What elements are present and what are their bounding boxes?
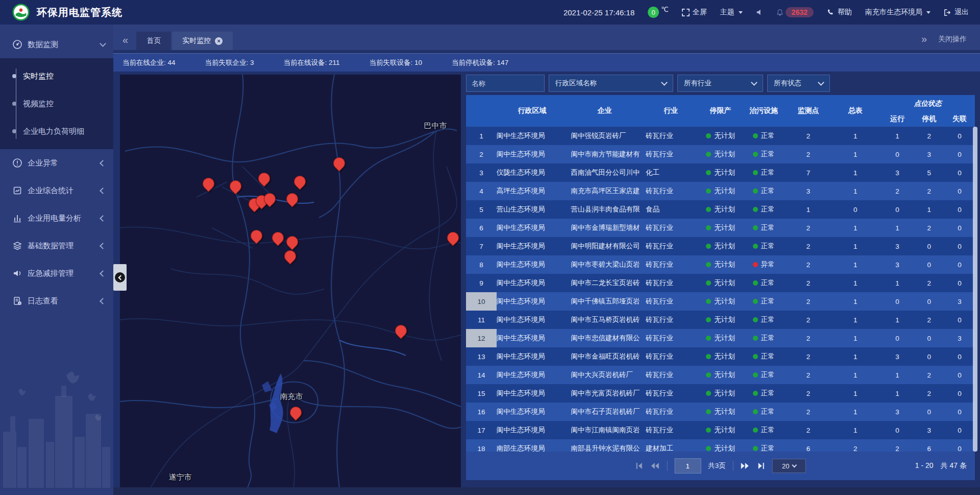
close-tab-icon[interactable]: × <box>215 37 223 45</box>
cell-limit: 无计划 <box>700 200 741 219</box>
cell-lost: 0 <box>944 219 975 237</box>
region-filter-select[interactable]: 行政区域名称 <box>549 75 673 92</box>
status-dot-green <box>706 262 711 267</box>
notification-button[interactable]: 2632 <box>776 7 814 17</box>
page-size-select[interactable]: 20 <box>772 459 806 473</box>
status-dot-green <box>753 207 758 212</box>
table-row[interactable]: 5营山生态环境局营山县润丰肉食品有限食品无计划正常10010 <box>466 200 975 219</box>
cell-limit: 无计划 <box>700 163 741 182</box>
page-number-input[interactable] <box>674 458 701 474</box>
cell-total: 1 <box>830 237 881 255</box>
cell-no: 14 <box>466 366 497 384</box>
status-dot-green <box>753 372 758 378</box>
cell-limit: 无计划 <box>700 421 741 439</box>
table-row[interactable]: 1阆中生态环境局阆中强锐页岩砖厂砖瓦行业无计划正常21120 <box>466 127 975 145</box>
table-row[interactable]: 12阆中生态环境局阆中市忠信建材有限公砖瓦行业无计划正常21003 <box>466 329 975 347</box>
cell-total: 1 <box>830 274 881 292</box>
industry-filter-select[interactable]: 所有行业 <box>677 75 763 92</box>
table-row[interactable]: 16阆中生态环境局阆中市石子页岩机砖厂砖瓦行业无计划正常21300 <box>466 403 975 421</box>
first-page-button[interactable] <box>635 462 643 469</box>
cell-lost: 0 <box>944 403 975 421</box>
table-row[interactable]: 14阆中生态环境局阆中大兴页岩机砖厂砖瓦行业无计划正常21120 <box>466 366 975 384</box>
table-row[interactable]: 8阆中生态环境局阆中市枣碧大梁山页岩砖瓦行业无计划异常21300 <box>466 255 975 274</box>
range-label: 1 - 20 <box>915 461 934 470</box>
next-page-button[interactable] <box>741 462 750 469</box>
cell-limit: 无计划 <box>700 292 741 311</box>
cell-monitor: 2 <box>787 274 830 292</box>
status-filter-select[interactable]: 所有状态 <box>767 75 830 92</box>
cell-stop: 2 <box>914 366 944 384</box>
close-operations-button[interactable]: 关闭操作 <box>938 35 967 44</box>
cell-stop: 2 <box>914 311 944 329</box>
tab-home[interactable]: 首页 <box>136 32 171 50</box>
table-row[interactable]: 11阆中生态环境局阆中市五马桥页岩机砖砖瓦行业无计划正常21120 <box>466 311 975 329</box>
table-scrollbar[interactable] <box>973 127 977 452</box>
table-row[interactable]: 3仪陇生态环境局西南油气田分公司川中化工无计划正常71350 <box>466 163 975 182</box>
cell-total: 1 <box>830 366 881 384</box>
logout-button[interactable]: 退出 <box>944 8 969 17</box>
stats-bar: 当前在线企业: 44当前失联企业: 3当前在线设备: 211当前失联设备: 10… <box>113 53 980 72</box>
sidebar-item-data-monitor[interactable]: 数据监测 <box>0 31 113 58</box>
pagination-bar: 共3页 20 1 - 20 共 47 条 <box>466 452 975 480</box>
cell-limit: 无计划 <box>700 329 741 347</box>
cell-no: 16 <box>466 403 497 421</box>
map-collapse-button[interactable] <box>113 264 127 291</box>
sidebar-item-log-view[interactable]: 日志查看 <box>0 287 113 315</box>
cell-industry: 砖瓦行业 <box>642 145 700 163</box>
fullscreen-button[interactable]: 全屏 <box>682 8 707 17</box>
table-row[interactable]: 4高坪生态环境局南充市高坪区王家店建砖瓦行业无计划正常31220 <box>466 182 975 200</box>
table-row[interactable]: 2阆中生态环境局阆中市南方节能建材有砖瓦行业无计划正常21030 <box>466 145 975 163</box>
sidebar-item-company-stats[interactable]: 企业综合统计 <box>0 177 113 204</box>
col-group-point-status: 点位状态 <box>881 99 975 108</box>
status-dot-green <box>706 188 711 194</box>
status-dot-green <box>706 299 711 304</box>
chevron-down-icon <box>818 79 824 86</box>
table-row[interactable]: 10阆中生态环境局阆中千佛镇五郎垭页岩砖瓦行业无计划正常21003 <box>466 292 975 311</box>
tabs-scroll-left-icon[interactable]: « <box>113 34 136 50</box>
theme-dropdown[interactable]: 主题 <box>720 8 743 17</box>
name-filter-input[interactable] <box>466 75 545 92</box>
table-row[interactable]: 17阆中生态环境局阆中市江南镇阆南页岩砖瓦行业无计划正常21030 <box>466 421 975 439</box>
sidebar-item-power-analysis[interactable]: 企业用电量分析 <box>0 204 113 232</box>
cell-no: 5 <box>466 200 497 219</box>
map-panel[interactable]: 巴中市南充市遂宁市 <box>120 75 461 488</box>
cell-stop: 5 <box>914 163 944 182</box>
sidebar-subitem[interactable]: 实时监控 <box>0 62 113 90</box>
table-row[interactable]: 18南部生态环境局南部县升钟水泥有限公建材加工无计划正常62260 <box>466 439 975 452</box>
help-button[interactable]: 帮助 <box>827 8 852 17</box>
cell-no: 1 <box>466 127 497 145</box>
prev-page-button[interactable] <box>650 462 659 469</box>
table-row[interactable]: 13阆中生态环境局阆中市金福旺页岩机砖砖瓦行业无计划正常21300 <box>466 347 975 366</box>
cell-facility: 正常 <box>741 127 787 145</box>
cell-stop: 0 <box>914 329 944 347</box>
sound-button[interactable] <box>756 9 763 16</box>
cell-region: 阆中生态环境局 <box>497 127 568 145</box>
cell-monitor: 2 <box>787 421 830 439</box>
last-page-button[interactable] <box>757 462 765 469</box>
sidebar-item-company-abnormal[interactable]: 企业异常 <box>0 149 113 177</box>
table-row[interactable]: 7阆中生态环境局阆中明阳建材有限公司砖瓦行业无计划正常21300 <box>466 237 975 255</box>
layers-icon <box>12 241 22 251</box>
status-dot-green <box>706 354 711 359</box>
org-dropdown[interactable]: 南充市生态环境局 <box>865 8 930 17</box>
sidebar-item-label: 应急减排管理 <box>28 269 101 278</box>
cell-run: 0 <box>880 329 914 347</box>
cell-company: 阆中市南方节能建材有 <box>568 145 642 163</box>
sidebar-subitem[interactable]: 视频监控 <box>0 90 113 117</box>
sidebar-item-emergency[interactable]: 应急减排管理 <box>0 260 113 287</box>
status-dot-green <box>706 446 711 451</box>
table-row[interactable]: 9阆中生态环境局阆中市二龙长宝页岩砖砖瓦行业无计划正常21120 <box>466 274 975 292</box>
sidebar-item-label: 企业用电量分析 <box>28 214 101 223</box>
sidebar-item-base-data[interactable]: 基础数据管理 <box>0 232 113 260</box>
table-row[interactable]: 15阆中生态环境局阆中市光富页岩机砖厂砖瓦行业无计划正常21120 <box>466 384 975 403</box>
cell-region: 阆中生态环境局 <box>497 403 568 421</box>
cell-region: 阆中生态环境局 <box>497 237 568 255</box>
sidebar-subitem[interactable]: 企业电力负荷明细 <box>0 117 113 145</box>
cell-lost: 0 <box>944 311 975 329</box>
table-row[interactable]: 6阆中生态环境局阆中市金博瑞新型墙材砖瓦行业无计划正常21120 <box>466 219 975 237</box>
tabs-scroll-right-icon[interactable]: » <box>921 33 927 45</box>
status-dot-green <box>706 428 711 433</box>
tab-realtime-monitor[interactable]: 实时监控 × <box>172 32 233 50</box>
cell-company: 阆中强锐页岩砖厂 <box>568 127 642 145</box>
cell-lost: 0 <box>944 237 975 255</box>
